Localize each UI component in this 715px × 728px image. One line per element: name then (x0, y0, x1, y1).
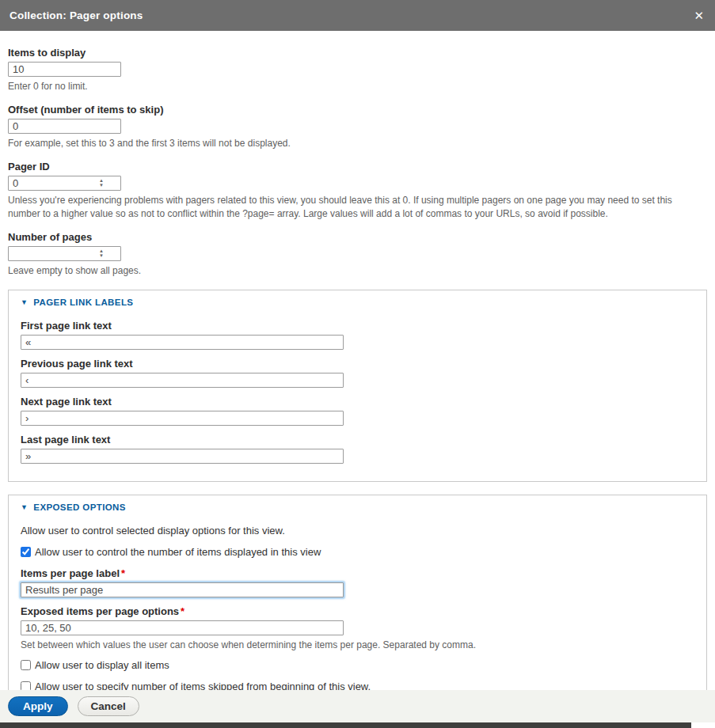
form-item-previous-page-link: Previous page link text (21, 358, 694, 388)
form-item-pager-id: Pager ID ▲▼ Unless you're experiencing p… (8, 161, 707, 219)
items-per-page-label-label: Items per page label* (21, 567, 694, 579)
dialog-body: Items to display Enter 0 for no limit. O… (0, 31, 715, 728)
items-to-display-input[interactable] (8, 62, 121, 77)
offset-input[interactable] (8, 119, 121, 134)
checkbox-row-control-items: Allow user to control the number of item… (21, 546, 694, 558)
last-page-link-input[interactable] (21, 449, 344, 464)
required-marker: * (121, 567, 125, 579)
dialog-footer: Apply Cancel (0, 690, 715, 722)
pager-id-input[interactable] (8, 176, 121, 191)
form-item-exposed-items-options: Exposed items per page options* Set betw… (21, 605, 694, 651)
previous-page-link-input[interactable] (21, 373, 344, 388)
control-items-checkbox[interactable] (21, 547, 31, 557)
previous-page-link-label: Previous page link text (21, 358, 694, 370)
first-page-link-input[interactable] (21, 335, 344, 350)
cancel-button[interactable]: Cancel (78, 696, 139, 716)
legend-text: PAGER LINK LABELS (33, 298, 133, 307)
exposed-items-options-input[interactable] (21, 620, 344, 635)
form-item-first-page-link: First page link text (21, 320, 694, 350)
legend-text: EXPOSED OPTIONS (33, 502, 126, 512)
close-icon[interactable]: ✕ (694, 9, 704, 21)
offset-label: Offset (number of items to skip) (8, 104, 707, 116)
collapse-arrow-icon: ▼ (21, 298, 28, 306)
form-item-next-page-link: Next page link text (21, 396, 694, 426)
dialog-title: Collection: Pager options (10, 9, 143, 21)
checkbox-row-display-all: Allow user to display all items (21, 659, 694, 671)
background-page-bar (0, 722, 691, 728)
form-item-items-to-display: Items to display Enter 0 for no limit. (8, 47, 707, 93)
exposed-items-options-description: Set between which values the user can ch… (21, 639, 694, 651)
form-item-items-per-page-label: Items per page label* (21, 567, 694, 597)
last-page-link-label: Last page link text (21, 434, 694, 446)
pager-id-description: Unless you're experiencing problems with… (8, 194, 705, 219)
number-of-pages-description: Leave empty to show all pages. (8, 264, 705, 277)
required-marker: * (181, 605, 184, 617)
exposed-options-legend[interactable]: ▼ EXPOSED OPTIONS (21, 502, 694, 512)
exposed-options-intro: Allow user to control selected display o… (21, 525, 694, 537)
number-of-pages-label: Number of pages (8, 231, 707, 243)
fieldset-pager-link-labels: ▼ PAGER LINK LABELS First page link text… (8, 290, 707, 482)
first-page-link-label: First page link text (21, 320, 694, 332)
fieldset-exposed-options: ▼ EXPOSED OPTIONS Allow user to control … (8, 495, 707, 709)
display-all-checkbox-label[interactable]: Allow user to display all items (35, 659, 169, 671)
pager-id-label: Pager ID (8, 161, 707, 173)
exposed-items-options-label: Exposed items per page options* (21, 605, 694, 617)
display-all-checkbox[interactable] (21, 660, 31, 670)
pager-options-dialog: Collection: Pager options ✕ Items to dis… (0, 0, 715, 728)
number-spinner-icon[interactable]: ▲▼ (99, 248, 104, 258)
collapse-arrow-icon: ▼ (21, 503, 28, 511)
pager-link-labels-legend[interactable]: ▼ PAGER LINK LABELS (21, 298, 694, 307)
dialog-header: Collection: Pager options ✕ (0, 0, 715, 31)
items-to-display-label: Items to display (8, 47, 707, 59)
items-to-display-description: Enter 0 for no limit. (8, 80, 705, 93)
items-per-page-label-input[interactable] (21, 582, 344, 597)
control-items-checkbox-label[interactable]: Allow user to control the number of item… (35, 546, 321, 558)
form-item-number-of-pages: Number of pages ▲▼ Leave empty to show a… (8, 231, 707, 277)
offset-description: For example, set this to 3 and the first… (8, 137, 705, 150)
number-spinner-icon[interactable]: ▲▼ (99, 178, 104, 188)
apply-button[interactable]: Apply (8, 696, 68, 716)
number-of-pages-input[interactable] (8, 246, 121, 261)
form-item-last-page-link: Last page link text (21, 434, 694, 464)
form-item-offset: Offset (number of items to skip) For exa… (8, 104, 707, 150)
next-page-link-input[interactable] (21, 411, 344, 426)
next-page-link-label: Next page link text (21, 396, 694, 408)
